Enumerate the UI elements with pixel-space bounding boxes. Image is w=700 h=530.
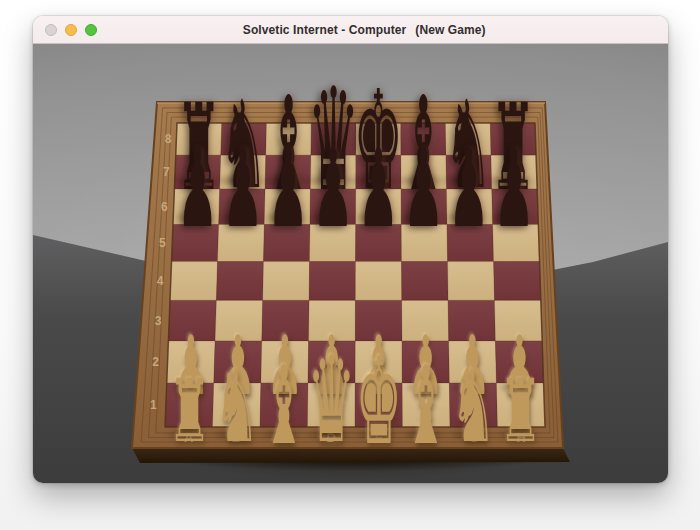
zoom-button[interactable]: [85, 24, 97, 36]
rank-label-2: 2: [152, 355, 159, 369]
chess-window: ABCDEFGH87654321 ♜♞♝♛♚♝♞♜♟♟♟♟♟♟♟♟♟♟♟♟♟♟♟…: [33, 16, 668, 483]
rank-label-1: 1: [150, 398, 157, 412]
rank-label-4: 4: [157, 274, 164, 288]
piece-white-rook-a1[interactable]: ♜: [168, 368, 211, 454]
rank-label-8: 8: [165, 132, 172, 146]
rank-label-5: 5: [159, 236, 166, 250]
piece-white-rook-h1[interactable]: ♜: [499, 368, 542, 454]
rank-label-7: 7: [163, 165, 170, 179]
piece-white-king-e1[interactable]: ♚: [355, 341, 402, 461]
window-title-text: Solvetic Internet - Computer: [243, 23, 407, 37]
square-a4[interactable]: [170, 262, 218, 301]
square-f4[interactable]: [402, 262, 449, 301]
piece-white-bishop-c1[interactable]: ♝: [263, 351, 306, 459]
window-title-suffix: (New Game): [415, 23, 485, 37]
piece-white-knight-b1[interactable]: ♞: [214, 357, 259, 457]
window-title: Solvetic Internet - Computer(New Game): [215, 16, 485, 51]
piece-black-pawn-e7[interactable]: ♟: [358, 134, 399, 242]
piece-black-pawn-d7[interactable]: ♟: [313, 134, 354, 242]
square-c4[interactable]: [263, 262, 310, 301]
piece-white-knight-g1[interactable]: ♞: [451, 357, 496, 457]
piece-white-queen-d1[interactable]: ♛: [307, 342, 355, 461]
square-d4[interactable]: [309, 262, 355, 301]
square-g4[interactable]: [448, 262, 495, 301]
minimize-button[interactable]: [65, 24, 77, 36]
square-h4[interactable]: [494, 262, 541, 301]
piece-black-pawn-a7[interactable]: ♟: [177, 134, 218, 242]
piece-black-pawn-b7[interactable]: ♟: [222, 134, 263, 242]
titlebar[interactable]: Solvetic Internet - Computer(New Game): [33, 16, 668, 44]
game-scene: ABCDEFGH87654321 ♜♞♝♛♚♝♞♜♟♟♟♟♟♟♟♟♟♟♟♟♟♟♟…: [33, 43, 668, 483]
square-b4[interactable]: [216, 262, 263, 301]
rank-label-3: 3: [155, 314, 162, 328]
piece-white-bishop-f1[interactable]: ♝: [405, 351, 448, 459]
rank-label-6: 6: [161, 200, 168, 214]
piece-black-pawn-h7[interactable]: ♟: [493, 134, 534, 242]
close-button[interactable]: [45, 24, 57, 36]
piece-black-pawn-g7[interactable]: ♟: [448, 134, 489, 242]
square-e4[interactable]: [355, 262, 401, 301]
piece-black-pawn-f7[interactable]: ♟: [403, 134, 444, 242]
piece-black-pawn-c7[interactable]: ♟: [267, 134, 308, 242]
window-controls: [45, 16, 97, 43]
